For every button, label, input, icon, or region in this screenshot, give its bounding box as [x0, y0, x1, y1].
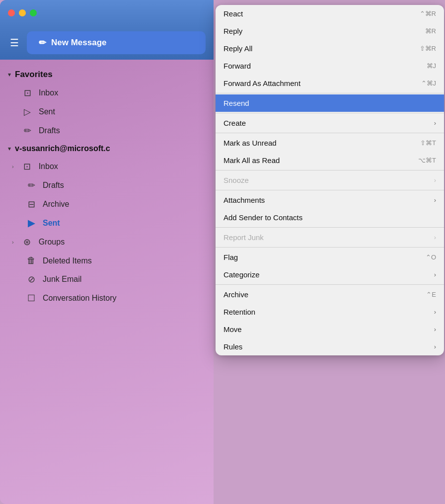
menu-item-snooze: Snooze › — [216, 171, 444, 189]
inbox-expand-arrow: › — [12, 164, 14, 169]
divider-5 — [216, 190, 444, 190]
divider-1 — [216, 93, 444, 93]
account-section-header[interactable]: ▾ v-susanrich@microsoft.c — [0, 140, 214, 157]
new-message-label: New Message — [51, 38, 107, 48]
forward-label: Forward — [223, 62, 251, 70]
account-item-deleted[interactable]: 🗑 Deleted Items — [0, 252, 214, 270]
archive-label: Archive — [223, 290, 248, 299]
menu-item-forward-attachment[interactable]: Forward As Attachment ⌃⌘J — [216, 75, 444, 92]
menu-item-reply-all[interactable]: Reply All ⇧⌘R — [216, 40, 444, 57]
groups-expand-arrow: › — [12, 239, 14, 245]
account-item-drafts[interactable]: ✏ Drafts — [0, 176, 214, 195]
menu-item-move[interactable]: Move › — [216, 321, 444, 338]
menu-item-resend[interactable]: Resend — [216, 94, 444, 112]
mark-unread-shortcut: ⇧⌘T — [420, 139, 436, 147]
forward-attachment-label: Forward As Attachment — [223, 79, 300, 87]
divider-6 — [216, 227, 444, 228]
menu-item-rules[interactable]: Rules › — [216, 338, 444, 355]
reply-all-label: Reply All — [223, 44, 252, 53]
account-sent-label: Sent — [43, 219, 60, 228]
divider-8 — [216, 284, 444, 285]
traffic-lights — [8, 9, 37, 16]
account-groups-icon: ⊛ — [22, 237, 33, 248]
sidebar-item-drafts-label: Drafts — [39, 126, 60, 135]
rules-arrow: › — [434, 343, 436, 350]
add-sender-label: Add Sender to Contacts — [223, 213, 302, 222]
report-junk-label: Report Junk — [223, 233, 264, 242]
flag-label: Flag — [223, 253, 238, 261]
menu-item-attachments[interactable]: Attachments › — [216, 191, 444, 209]
snooze-label: Snooze — [223, 176, 249, 184]
forward-attachment-shortcut: ⌃⌘J — [421, 80, 437, 87]
menu-item-retention[interactable]: Retention › — [216, 303, 444, 321]
close-button[interactable] — [8, 9, 15, 16]
account-item-archive[interactable]: ⊟ Archive — [0, 195, 214, 214]
context-menu: React ⌃⌘R Reply ⌘R Reply All ⇧⌘R Forward… — [216, 5, 444, 355]
account-item-conversation[interactable]: ☐ Conversation History — [0, 289, 214, 308]
account-archive-label: Archive — [43, 200, 69, 209]
resend-label: Resend — [223, 99, 249, 107]
account-drafts-icon: ✏ — [26, 180, 37, 191]
account-sent-icon: ▶ — [26, 218, 37, 229]
account-deleted-label: Deleted Items — [43, 256, 92, 265]
account-name-label: v-susanrich@microsoft.c — [15, 144, 110, 153]
react-shortcut: ⌃⌘R — [420, 10, 436, 17]
sidebar-window: ☰ ✏ New Message ▾ Favorites ⊡ Inbox ▷ Se… — [0, 0, 214, 504]
mark-unread-label: Mark as Unread — [223, 139, 277, 147]
minimize-button[interactable] — [19, 9, 26, 16]
sidebar-item-drafts[interactable]: ✏ Drafts — [0, 121, 214, 140]
menu-item-add-sender[interactable]: Add Sender to Contacts — [216, 209, 444, 226]
categorize-arrow: › — [434, 271, 436, 278]
favorites-section-header[interactable]: ▾ Favorites — [0, 66, 214, 84]
new-message-button[interactable]: ✏ New Message — [27, 31, 206, 54]
account-item-inbox[interactable]: › ⊡ Inbox — [0, 157, 214, 176]
account-conversation-label: Conversation History — [43, 294, 117, 303]
menu-item-create[interactable]: Create › — [216, 114, 444, 132]
menu-item-archive[interactable]: Archive ⌃E — [216, 286, 444, 303]
mark-all-read-label: Mark All as Read — [223, 156, 280, 165]
reply-all-shortcut: ⇧⌘R — [420, 45, 436, 52]
menu-item-forward[interactable]: Forward ⌘J — [216, 57, 444, 75]
menu-item-flag[interactable]: Flag ⌃O — [216, 249, 444, 266]
account-inbox-icon: ⊡ — [22, 161, 33, 172]
menu-item-report-junk: Report Junk › — [216, 229, 444, 246]
divider-2 — [216, 113, 444, 113]
divider-4 — [216, 170, 444, 170]
report-junk-arrow: › — [434, 234, 436, 241]
maximize-button[interactable] — [30, 9, 37, 16]
snooze-arrow: › — [434, 176, 436, 184]
forward-shortcut: ⌘J — [427, 62, 437, 70]
account-item-junk[interactable]: ⊘ Junk Email — [0, 270, 214, 289]
create-label: Create — [223, 119, 246, 127]
menu-item-mark-all-read[interactable]: Mark All as Read ⌥⌘T — [216, 152, 444, 169]
move-arrow: › — [434, 326, 436, 333]
account-archive-icon: ⊟ — [26, 199, 37, 210]
attachments-arrow: › — [434, 196, 436, 204]
account-item-groups[interactable]: › ⊛ Groups — [0, 233, 214, 252]
mark-all-read-shortcut: ⌥⌘T — [418, 157, 436, 164]
drafts-icon: ✏ — [22, 125, 33, 136]
favorites-chevron: ▾ — [8, 71, 11, 78]
sent-icon: ▷ — [22, 106, 33, 117]
menu-item-categorize[interactable]: Categorize › — [216, 266, 444, 283]
account-deleted-icon: 🗑 — [26, 255, 37, 266]
account-junk-icon: ⊘ — [26, 274, 37, 285]
reply-label: Reply — [223, 27, 242, 35]
create-arrow: › — [434, 119, 436, 127]
sidebar-content: ▾ Favorites ⊡ Inbox ▷ Sent ✏ Drafts ▾ v-… — [0, 60, 214, 504]
menu-item-reply[interactable]: Reply ⌘R — [216, 22, 444, 40]
divider-7 — [216, 247, 444, 248]
sidebar-item-inbox-label: Inbox — [39, 88, 58, 97]
menu-item-react[interactable]: React ⌃⌘R — [216, 5, 444, 22]
sidebar-item-sent[interactable]: ▷ Sent — [0, 102, 214, 121]
hamburger-button[interactable]: ☰ — [8, 35, 21, 51]
account-item-sent[interactable]: ▶ Sent — [0, 214, 214, 233]
menu-item-mark-unread[interactable]: Mark as Unread ⇧⌘T — [216, 134, 444, 152]
account-drafts-label: Drafts — [43, 181, 64, 190]
archive-shortcut: ⌃E — [426, 291, 436, 298]
inbox-icon: ⊡ — [22, 87, 33, 98]
compose-icon: ✏ — [39, 37, 46, 48]
sidebar-item-inbox[interactable]: ⊡ Inbox — [0, 84, 214, 102]
title-bar — [0, 0, 214, 26]
retention-arrow: › — [434, 308, 436, 316]
